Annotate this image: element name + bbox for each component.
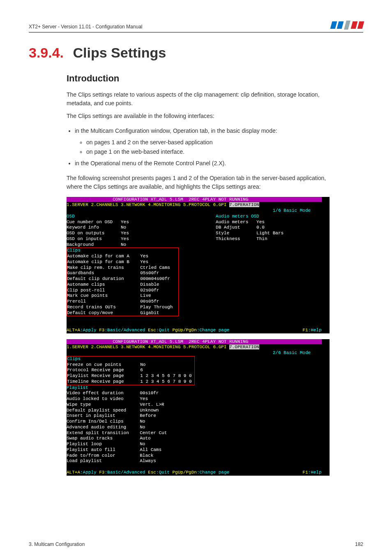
section-number: 3.9.4.	[29, 45, 64, 60]
section-title: Clips Settings	[73, 45, 166, 60]
evs-logo	[331, 21, 363, 30]
intro-p2: The Clips settings are available in the …	[67, 112, 330, 120]
bullet-2: in the Operational menu of the Remote Co…	[75, 159, 330, 168]
footer-right: 182	[355, 541, 363, 547]
bullet-1a: on pages 1 and 2 on the server-based app…	[86, 138, 330, 147]
bullet-1: in the Multicam Configuration window, Op…	[75, 126, 330, 156]
intro-heading: Introduction	[67, 73, 330, 84]
bullet-1b: on page 1 on the web-based interface.	[86, 147, 330, 156]
terminal-screenshot-2: CONFIGURATION XT_ADL 5.LSM 2REC 4PLAY NO…	[67, 339, 330, 476]
footer-left: 3. Multicam Configuration	[29, 541, 85, 547]
intro-p1: The Clips settings relate to various asp…	[67, 90, 330, 108]
terminal-screenshot-1: CONFIGURATION XT_ADL 5.LSM 2REC 4PLAY NO…	[67, 197, 330, 333]
intro-p3: The following screenshot presents pages …	[67, 174, 330, 191]
header-left: XT2+ Server - Version 11.01 - Configurat…	[29, 24, 142, 30]
